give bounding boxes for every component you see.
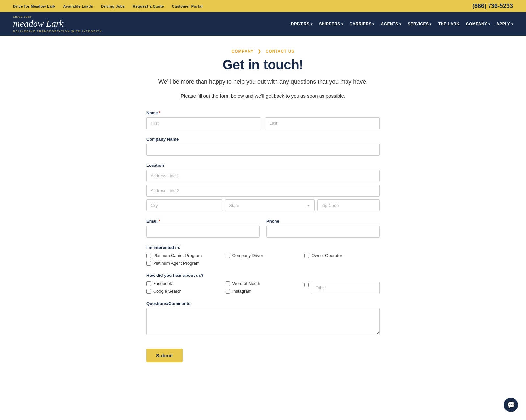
top-bar-phone: (866) 736-5233 <box>472 3 513 10</box>
email-label: Email* <box>146 219 260 224</box>
top-bar-link-drive[interactable]: Drive for Meadow Lark <box>13 4 55 8</box>
location-label: Location <box>146 163 380 168</box>
company-name-input[interactable] <box>146 144 380 156</box>
checkbox-instagram-input[interactable] <box>226 289 230 294</box>
top-bar-link-loads[interactable]: Available Loads <box>63 4 93 8</box>
phone-group: Phone <box>266 219 380 238</box>
zip-input[interactable] <box>317 199 380 211</box>
logo-text: meadow Lark <box>13 18 102 29</box>
checkbox-platinum-carrier-label: Platinum Carrier Program <box>153 253 202 258</box>
breadcrumb-current: CONTACT US <box>266 49 295 54</box>
checkbox-other-input[interactable] <box>304 283 309 287</box>
breadcrumb: COMPANY ❯ CONTACT US <box>146 49 380 54</box>
breadcrumb-company[interactable]: COMPANY <box>232 49 254 54</box>
interested-label: I'm interested in: <box>146 245 380 250</box>
name-group: Name* <box>146 110 380 129</box>
name-label: Name* <box>146 110 380 115</box>
city-input[interactable] <box>146 199 222 211</box>
page-subtitle: We'll be more than happy to help you out… <box>146 77 380 86</box>
email-input[interactable] <box>146 226 260 238</box>
top-bar-link-portal[interactable]: Customer Portal <box>172 4 203 8</box>
contact-form: Name* Company Name Location State ALAKAZ… <box>146 110 380 362</box>
checkbox-instagram: Instagram <box>226 289 301 294</box>
checkbox-owner-operator-input[interactable] <box>304 254 309 258</box>
checkbox-platinum-agent: Platinum Agent Program <box>146 261 222 266</box>
top-bar: Drive for Meadow Lark Available Loads Dr… <box>0 0 526 12</box>
hear-col-2: Word of Mouth Instagram <box>226 281 301 294</box>
nav-the-lark[interactable]: THE LARK <box>438 22 460 26</box>
email-group: Email* <box>146 219 260 238</box>
checkbox-company-driver-input[interactable] <box>226 254 230 258</box>
company-name-group: Company Name <box>146 137 380 156</box>
page-desc: Please fill out the form below and we'll… <box>146 93 380 99</box>
checkbox-word-of-mouth-input[interactable] <box>226 281 230 286</box>
checkbox-platinum-agent-label: Platinum Agent Program <box>153 261 200 266</box>
location-group: Location State ALAKAZAR CACOCTDE FLGAHII… <box>146 163 380 211</box>
nav-carriers[interactable]: CARRIERS ▾ <box>349 22 374 26</box>
phone-label: Phone <box>266 219 380 224</box>
checkbox-facebook-label: Facebook <box>153 281 172 286</box>
interested-section: I'm interested in: Platinum Carrier Prog… <box>146 245 380 266</box>
nav-drivers[interactable]: DRIVERS ▾ <box>291 22 312 26</box>
interested-checkboxes: Platinum Carrier Program Company Driver … <box>146 253 380 266</box>
checkbox-instagram-label: Instagram <box>232 289 251 294</box>
nav-company[interactable]: COMPANY ▾ <box>466 22 490 26</box>
address-line1-input[interactable] <box>146 170 380 182</box>
comments-group: Questions/Comments <box>146 301 380 336</box>
email-phone-row: Email* Phone <box>146 219 380 245</box>
logo[interactable]: SINCE 1983 meadow Lark DELIVERING TRANSP… <box>13 15 102 33</box>
logo-tagline: DELIVERING TRANSPORTATION WITH INTEGRITY <box>13 30 102 33</box>
checkbox-word-of-mouth-label: Word of Mouth <box>232 281 260 286</box>
nav-agents[interactable]: AGENTS ▾ <box>381 22 401 26</box>
hear-col-3-other <box>304 281 380 294</box>
phone-input[interactable] <box>266 226 380 238</box>
hear-checkboxes: Facebook Google Search Word of Mouth Ins… <box>146 281 380 294</box>
checkbox-owner-operator: Owner Operator <box>304 253 380 258</box>
checkbox-facebook: Facebook <box>146 281 222 286</box>
checkbox-facebook-input[interactable] <box>146 281 151 286</box>
hear-label: How did you hear about us? <box>146 273 380 278</box>
location-row: State ALAKAZAR CACOCTDE FLGAHIID ILINIAK… <box>146 199 380 211</box>
nav-links: DRIVERS ▾ SHIPPERS ▾ CARRIERS ▾ AGENTS ▾… <box>291 22 513 26</box>
checkbox-platinum-carrier-input[interactable] <box>146 254 151 258</box>
nav-shippers[interactable]: SHIPPERS ▾ <box>319 22 343 26</box>
checkbox-platinum-agent-input[interactable] <box>146 261 151 266</box>
main-nav: SINCE 1983 meadow Lark DELIVERING TRANSP… <box>0 12 526 36</box>
checkbox-google-search-label: Google Search <box>153 289 182 294</box>
last-name-input[interactable] <box>265 117 380 129</box>
checkbox-platinum-carrier: Platinum Carrier Program <box>146 253 222 258</box>
hear-col-1: Facebook Google Search <box>146 281 222 294</box>
other-text-input[interactable] <box>311 282 380 294</box>
checkbox-company-driver-label: Company Driver <box>232 253 263 258</box>
checkbox-company-driver: Company Driver <box>226 253 301 258</box>
checkbox-owner-operator-label: Owner Operator <box>311 253 342 258</box>
logo-since: SINCE 1983 <box>13 15 102 18</box>
top-bar-link-quote[interactable]: Request a Quote <box>133 4 164 8</box>
hear-section: How did you hear about us? Facebook Goog… <box>146 273 380 294</box>
first-name-input[interactable] <box>146 117 261 129</box>
company-name-label: Company Name <box>146 137 380 142</box>
checkbox-word-of-mouth: Word of Mouth <box>226 281 301 286</box>
main-content: COMPANY ❯ CONTACT US Get in touch! We'll… <box>140 36 386 382</box>
comments-textarea[interactable] <box>146 308 380 335</box>
top-bar-links: Drive for Meadow Lark Available Loads Dr… <box>13 4 203 8</box>
address-line2-input[interactable] <box>146 185 380 197</box>
submit-button[interactable]: Submit <box>146 349 183 362</box>
checkbox-google-search: Google Search <box>146 289 222 294</box>
comments-label: Questions/Comments <box>146 301 380 306</box>
state-select[interactable]: State ALAKAZAR CACOCTDE FLGAHIID ILINIAK… <box>225 199 314 211</box>
breadcrumb-separator: ❯ <box>258 49 261 54</box>
checkbox-google-search-input[interactable] <box>146 289 151 294</box>
nav-services[interactable]: SERVICES ▾ <box>408 22 432 26</box>
nav-apply[interactable]: APPLY ▾ <box>496 22 513 26</box>
top-bar-link-jobs[interactable]: Driving Jobs <box>101 4 125 8</box>
name-row <box>146 117 380 129</box>
page-title: Get in touch! <box>146 57 380 72</box>
